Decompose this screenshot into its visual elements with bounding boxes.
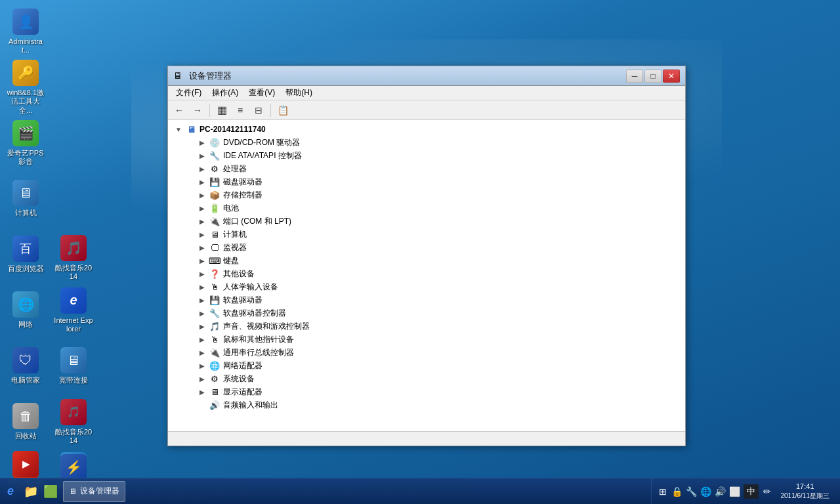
back-button[interactable]: ← bbox=[171, 102, 188, 118]
expand-icon[interactable]: ▶ bbox=[197, 203, 207, 213]
desktop-icon[interactable]: 🗑 回收站 bbox=[3, 394, 48, 450]
desktop-icon[interactable]: 🎵 酷找音乐2014 bbox=[51, 394, 96, 450]
tree-root[interactable]: ▼ 🖥 PC-201412111740 bbox=[168, 123, 685, 136]
menu-view[interactable]: 查看(V) bbox=[243, 86, 280, 100]
tree-view[interactable]: ▼ 🖥 PC-201412111740 ▶ 💿 DVD/CD-ROM 驱动器 ▶… bbox=[168, 120, 685, 431]
expand-icon[interactable]: ▶ bbox=[197, 387, 207, 397]
expand-icon[interactable]: ▶ bbox=[197, 308, 207, 318]
sound-io-icon: 🔊 bbox=[209, 399, 220, 411]
tree-item-mouse[interactable]: ▶ 🖱 鼠标和其他指针设备 bbox=[168, 333, 685, 346]
tree-item-other[interactable]: ▶ ❓ 其他设备 bbox=[168, 267, 685, 280]
minimize-button[interactable]: ─ bbox=[626, 70, 643, 83]
tree-item-disk[interactable]: ▶ 💾 磁盘驱动器 bbox=[168, 175, 685, 188]
tree-item-audio[interactable]: ▶ 🎵 声音、视频和游戏控制器 bbox=[168, 320, 685, 333]
expand-icon[interactable]: ▶ bbox=[197, 150, 207, 161]
desktop-icon[interactable]: 百 百度浏览器 bbox=[3, 226, 48, 283]
expand-icon[interactable]: ▶ bbox=[197, 268, 207, 279]
tree-item-storage[interactable]: ▶ 📦 存储控制器 bbox=[168, 188, 685, 201]
tray-icon-1[interactable]: ⊞ bbox=[657, 486, 669, 497]
toolbar: ← → ▦ ≡ ⊟ 📋 bbox=[168, 100, 685, 120]
window-icon: 🖥 bbox=[173, 70, 185, 82]
tree-item-hid[interactable]: ▶ 🖱 人体学输入设备 bbox=[168, 280, 685, 293]
close-button[interactable]: ✕ bbox=[663, 70, 680, 83]
menubar: 文件(F) 操作(A) 查看(V) 帮助(H) bbox=[168, 86, 685, 100]
expand-icon[interactable]: ▶ bbox=[197, 373, 207, 384]
desktop-icon[interactable]: 🖥 计算机 bbox=[3, 171, 48, 227]
desktop-icon[interactable]: 🛡 电脑管家 bbox=[3, 338, 48, 394]
tray-icon-3[interactable]: 🔧 bbox=[686, 486, 698, 497]
tree-item-net[interactable]: ▶ 🌐 网络适配器 bbox=[168, 359, 685, 372]
tree-item-monitor[interactable]: ▶ 🖵 监视器 bbox=[168, 241, 685, 254]
expand-icon[interactable]: ▶ bbox=[197, 321, 207, 331]
tree-item-cpu[interactable]: ▶ ⚙ 处理器 bbox=[168, 162, 685, 175]
menu-file[interactable]: 文件(F) bbox=[171, 86, 207, 100]
desktop: 👤 Administrat... 🔑 win8&8.1激活工具大全... 🎬 爱… bbox=[0, 0, 840, 504]
expand-icon[interactable]: ▶ bbox=[197, 334, 207, 345]
desktop-icon[interactable]: 🖥 宽带连接 bbox=[51, 338, 96, 394]
tree-item-floppy[interactable]: ▶ 💾 软盘驱动器 bbox=[168, 293, 685, 306]
tree-item-ide[interactable]: ▶ 🔧 IDE ATA/ATAPI 控制器 bbox=[168, 149, 685, 162]
ide-icon: 🔧 bbox=[209, 150, 220, 161]
tray-icon-volume[interactable]: 🔊 bbox=[715, 486, 726, 497]
taskbar-folder-button[interactable]: 📁 bbox=[21, 478, 41, 505]
view-tree-button[interactable]: ▦ bbox=[213, 102, 230, 118]
expand-icon[interactable]: ▶ bbox=[197, 347, 207, 358]
desktop-icon[interactable]: 👤 Administrat... bbox=[3, 3, 48, 60]
tree-item-system[interactable]: ▶ ⚙ 系统设备 bbox=[168, 372, 685, 385]
system-tray: ⊞ 🔒 🔧 🌐 🔊 ⬜ 中 ✏ 17:41 2011/6/11星期三 bbox=[651, 478, 841, 504]
tray-icon-pen[interactable]: ✏ bbox=[761, 486, 773, 497]
expand-icon[interactable]: ▼ bbox=[173, 124, 184, 135]
floppy-icon: 💾 bbox=[209, 294, 220, 306]
desktop-icon[interactable]: e Internet Explorer bbox=[51, 282, 96, 339]
window-controls: ─ □ ✕ bbox=[626, 70, 680, 83]
expand-icon[interactable]: ▶ bbox=[197, 137, 207, 148]
tree-item-computer[interactable]: ▶ 🖥 计算机 bbox=[168, 228, 685, 241]
ime-indicator[interactable]: 中 bbox=[744, 484, 759, 499]
clock-time: 17:41 bbox=[796, 482, 814, 492]
desktop-icon[interactable]: 🎵 酷找音乐2014 bbox=[51, 230, 96, 286]
tray-icon-network[interactable]: 🌐 bbox=[700, 486, 712, 497]
tree-item-usb[interactable]: ▶ 🔌 通用串行总线控制器 bbox=[168, 346, 685, 359]
desktop-icon[interactable]: 🎬 爱奇艺PPS影音 bbox=[3, 115, 48, 171]
maximize-button[interactable]: □ bbox=[644, 70, 662, 83]
view-list-button[interactable]: ≡ bbox=[232, 102, 249, 118]
tree-item-fdc[interactable]: ▶ 🔧 软盘驱动器控制器 bbox=[168, 306, 685, 320]
view-detail-button[interactable]: ⊟ bbox=[250, 102, 267, 118]
help-button[interactable]: 📋 bbox=[274, 102, 291, 118]
expand-icon[interactable]: ▶ bbox=[197, 216, 207, 226]
expand-icon[interactable]: ▶ bbox=[197, 255, 207, 266]
tree-item-sound-io[interactable]: ▶ 🔊 音频输入和输出 bbox=[168, 398, 685, 411]
taskbar-ie-button[interactable]: e bbox=[0, 478, 21, 505]
expand-icon[interactable]: ▶ bbox=[197, 177, 207, 187]
forward-button[interactable]: → bbox=[189, 102, 206, 118]
tree-item-battery[interactable]: ▶ 🔋 电池 bbox=[168, 201, 685, 215]
desktop-icon[interactable]: 🌐 网络 bbox=[3, 282, 48, 339]
audio-icon: 🎵 bbox=[209, 320, 220, 332]
expand-icon[interactable]: ▶ bbox=[197, 163, 207, 174]
expand-icon[interactable]: ▶ bbox=[197, 229, 207, 240]
monitor-icon: 🖵 bbox=[209, 242, 220, 253]
taskbar-item-label: 设备管理器 bbox=[80, 486, 119, 497]
expand-icon[interactable]: ▶ bbox=[197, 295, 207, 305]
taskbar-clock[interactable]: 17:41 2011/6/11星期三 bbox=[776, 482, 835, 501]
expand-icon[interactable]: ▶ bbox=[197, 242, 207, 253]
battery-icon: 🔋 bbox=[209, 202, 220, 214]
window-title: 设备管理器 bbox=[189, 70, 626, 82]
menu-help[interactable]: 帮助(H) bbox=[280, 86, 318, 100]
device-manager-window: 🖥 设备管理器 ─ □ ✕ 文件(F) 操作(A) 查看(V) 帮助(H) ← … bbox=[167, 66, 686, 446]
tray-icon-2[interactable]: 🔒 bbox=[671, 486, 683, 497]
taskbar-device-manager[interactable]: 🖥 设备管理器 bbox=[63, 481, 125, 502]
tree-item-port[interactable]: ▶ 🔌 端口 (COM 和 LPT) bbox=[168, 215, 685, 228]
expand-icon[interactable]: ▶ bbox=[197, 190, 207, 200]
expand-icon[interactable]: ▶ bbox=[197, 282, 207, 292]
display-icon: 🖥 bbox=[209, 386, 220, 398]
menu-action[interactable]: 操作(A) bbox=[207, 86, 243, 100]
taskbar-item-icon: 🖥 bbox=[69, 487, 77, 496]
tree-item-keyboard[interactable]: ▶ ⌨ 键盘 bbox=[168, 254, 685, 267]
tree-item-display[interactable]: ▶ 🖥 显示适配器 bbox=[168, 385, 685, 398]
expand-icon[interactable]: ▶ bbox=[197, 360, 207, 371]
taskbar-app-button[interactable]: 🟩 bbox=[41, 478, 60, 505]
desktop-icon[interactable]: 🔑 win8&8.1激活工具大全... bbox=[3, 59, 48, 116]
tray-icon-battery[interactable]: ⬜ bbox=[729, 486, 741, 497]
tree-item-dvd[interactable]: ▶ 💿 DVD/CD-ROM 驱动器 bbox=[168, 136, 685, 149]
